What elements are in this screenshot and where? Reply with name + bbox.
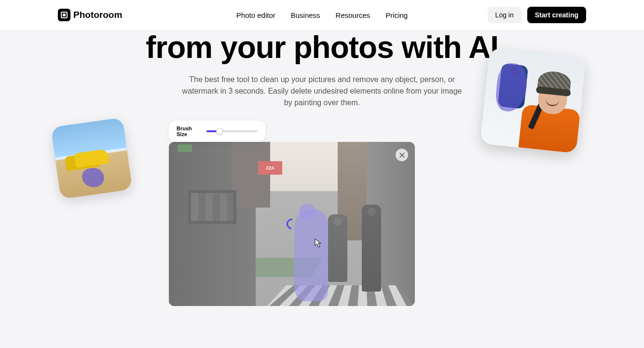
close-canvas-button[interactable] [396, 149, 408, 161]
processing-overlay [169, 142, 415, 306]
nav-pricing[interactable]: Pricing [385, 11, 408, 19]
main-nav: Photo editor Business Resources Pricing [236, 11, 408, 19]
brush-size-slider[interactable] [206, 130, 258, 132]
nav-resources[interactable]: Resources [336, 11, 370, 19]
page-main: from your photos with AI The best free t… [0, 30, 644, 348]
brush-size-label: Brush Size [177, 125, 201, 137]
close-icon [399, 153, 405, 158]
svg-rect-1 [63, 14, 66, 16]
decorative-thumbnail-right [480, 47, 586, 153]
start-creating-button[interactable]: Start creating [527, 7, 586, 23]
nav-photo-editor[interactable]: Photo editor [236, 11, 275, 19]
editor-canvas[interactable]: ZZA [169, 142, 415, 306]
paint-mark-icon [81, 167, 105, 189]
hero-subtitle: The best free tool to clean up your pict… [182, 74, 462, 109]
header-actions: Log in Start creating [488, 7, 586, 23]
woman-illustration [514, 65, 585, 153]
logo-mark-icon [58, 9, 70, 21]
slider-thumb[interactable] [216, 128, 223, 135]
site-header: Photoroom Photo editor Business Resource… [0, 0, 644, 30]
loading-spinner-icon [285, 217, 300, 232]
brand-name: Photoroom [73, 10, 122, 20]
shoe-illustration [74, 149, 109, 167]
decorative-thumbnail-left [51, 117, 132, 199]
brush-size-panel: Brush Size [169, 121, 265, 142]
login-button[interactable]: Log in [488, 7, 521, 23]
nav-business[interactable]: Business [291, 11, 320, 19]
brand-logo[interactable]: Photoroom [58, 9, 122, 21]
